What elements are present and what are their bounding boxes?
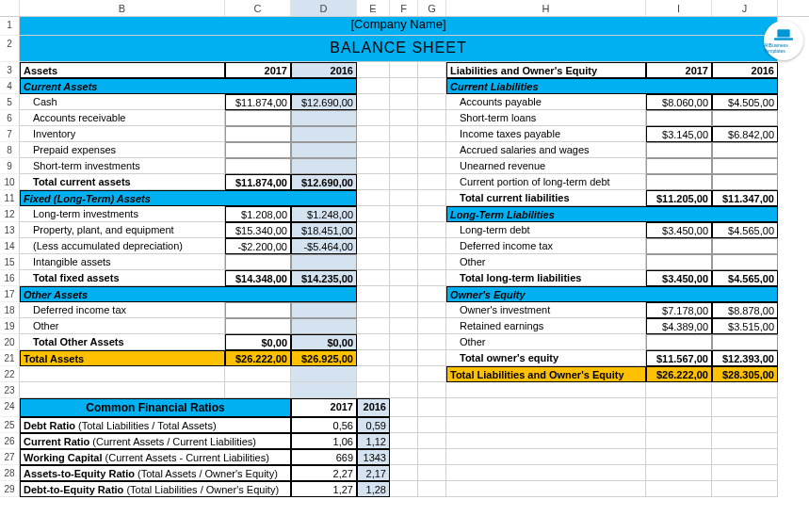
line-item[interactable]: Owner's investment	[446, 302, 646, 318]
value[interactable]: $8.060,00	[646, 94, 712, 110]
ratio-item[interactable]: Assets-to-Equity Ratio (Total Assets / O…	[20, 465, 291, 481]
ratio-value[interactable]: 1343	[357, 449, 390, 465]
line-item[interactable]: Accounts receivable	[20, 110, 225, 126]
value[interactable]: $4.505,00	[712, 94, 778, 110]
row-number[interactable]: 14	[0, 238, 20, 254]
total-assets-2016[interactable]: $26.925,00	[291, 350, 357, 366]
subtotal[interactable]: $3.450,00	[646, 270, 712, 286]
ratio-value[interactable]: 1,12	[357, 433, 390, 449]
row-number[interactable]: 21	[0, 350, 20, 366]
row-number[interactable]: 4	[0, 78, 20, 94]
row-number[interactable]: 16	[0, 270, 20, 286]
value[interactable]: $3.145,00	[646, 126, 712, 142]
col-header[interactable]: E	[357, 0, 390, 16]
value[interactable]: $6.842,00	[712, 126, 778, 142]
subtotal[interactable]: $11.567,00	[646, 350, 712, 366]
row-number[interactable]: 3	[0, 62, 20, 78]
subtotal[interactable]: $12.690,00	[291, 174, 357, 190]
subtotal[interactable]: $4.565,00	[712, 270, 778, 286]
line-item[interactable]: Other	[446, 334, 646, 350]
subtotal[interactable]: $0,00	[291, 334, 357, 350]
ratio-value[interactable]: 1,06	[291, 433, 357, 449]
col-header[interactable]: H	[446, 0, 646, 16]
section-long-term-liabilities[interactable]: Long-Term Liabilities	[446, 206, 778, 222]
ratios-header[interactable]: Common Financial Ratios	[20, 398, 291, 417]
row-number[interactable]: 5	[0, 94, 20, 110]
year-2016[interactable]: 2016	[712, 62, 778, 78]
row-number[interactable]: 11	[0, 190, 20, 206]
line-item[interactable]: Income taxes payable	[446, 126, 646, 142]
ratio-year-2017[interactable]: 2017	[291, 398, 357, 417]
liabilities-header[interactable]: Liabilities and Owner's Equity	[446, 62, 646, 78]
year-2017[interactable]: 2017	[646, 62, 712, 78]
value[interactable]: $11.874,00	[225, 94, 291, 110]
ratio-value[interactable]: 1,27	[291, 481, 357, 497]
ratio-value[interactable]: 0,56	[291, 417, 357, 433]
row-number[interactable]: 1	[0, 17, 20, 36]
col-header[interactable]: F	[390, 0, 418, 16]
value[interactable]: $4.565,00	[712, 222, 778, 238]
value[interactable]: $3.450,00	[646, 222, 712, 238]
row-number[interactable]: 19	[0, 318, 20, 334]
line-item[interactable]: Short-term investments	[20, 158, 225, 174]
value[interactable]: -$2.200,00	[225, 238, 291, 254]
row-number[interactable]: 6	[0, 110, 20, 126]
col-header[interactable]: B	[20, 0, 225, 16]
row-number[interactable]: 18	[0, 302, 20, 318]
section-owners-equity[interactable]: Owner's Equity	[446, 286, 778, 302]
line-item[interactable]: Cash	[20, 94, 225, 110]
value[interactable]: $7.178,00	[646, 302, 712, 318]
row-number[interactable]: 27	[0, 449, 20, 465]
line-item[interactable]: Accounts payable	[446, 94, 646, 110]
row-number[interactable]: 26	[0, 433, 20, 449]
subtotal-label[interactable]: Total fixed assets	[20, 270, 225, 286]
subtotal-label[interactable]: Total Other Assets	[20, 334, 225, 350]
row-number[interactable]: 28	[0, 465, 20, 481]
subtotal[interactable]: $14.348,00	[225, 270, 291, 286]
total-liab-equity-2016[interactable]: $28.305,00	[712, 366, 778, 382]
row-number[interactable]: 15	[0, 254, 20, 270]
ratio-value[interactable]: 2,27	[291, 465, 357, 481]
col-header[interactable]: I	[646, 0, 712, 16]
line-item[interactable]: Accrued salaries and wages	[446, 142, 646, 158]
section-current-liabilities[interactable]: Current Liabilities	[446, 78, 778, 94]
value[interactable]: $1.208,00	[225, 206, 291, 222]
col-header-selected[interactable]: D	[291, 0, 357, 16]
row-number[interactable]: 20	[0, 334, 20, 350]
row-number[interactable]: 17	[0, 286, 20, 302]
value[interactable]: $3.515,00	[712, 318, 778, 334]
line-item[interactable]: Unearned revenue	[446, 158, 646, 174]
line-item[interactable]: Other	[20, 318, 225, 334]
value[interactable]: -$5.464,00	[291, 238, 357, 254]
ratio-item[interactable]: Working Capital (Current Assets - Curren…	[20, 449, 291, 465]
year-2017[interactable]: 2017	[225, 62, 291, 78]
ratio-value[interactable]: 0,59	[357, 417, 390, 433]
subtotal-label[interactable]: Total owner's equity	[446, 350, 646, 366]
row-number[interactable]: 23	[0, 382, 20, 398]
total-assets-label[interactable]: Total Assets	[20, 350, 225, 366]
line-item[interactable]: Current portion of long-term debt	[446, 174, 646, 190]
ratio-item[interactable]: Debt Ratio (Total Liabilities / Total As…	[20, 417, 291, 433]
value[interactable]: $12.690,00	[291, 94, 357, 110]
line-item[interactable]: Prepaid expenses	[20, 142, 225, 158]
value[interactable]: $15.340,00	[225, 222, 291, 238]
total-liab-equity-label[interactable]: Total Liabilities and Owner's Equity	[446, 366, 646, 382]
row-number[interactable]: 7	[0, 126, 20, 142]
value[interactable]: $4.389,00	[646, 318, 712, 334]
col-header[interactable]: G	[418, 0, 446, 16]
row-number[interactable]: 25	[0, 417, 20, 433]
total-assets-2017[interactable]: $26.222,00	[225, 350, 291, 366]
sheet-title[interactable]: BALANCE SHEET	[20, 36, 778, 62]
assets-header[interactable]: Assets	[20, 62, 225, 78]
section-fixed-assets[interactable]: Fixed (Long-Term) Assets	[20, 190, 357, 206]
line-item[interactable]: Deferred income tax	[446, 238, 646, 254]
line-item[interactable]: Intangible assets	[20, 254, 225, 270]
ratio-year-2016[interactable]: 2016	[357, 398, 390, 417]
line-item[interactable]: Inventory	[20, 126, 225, 142]
subtotal-label[interactable]: Total current liabilities	[446, 190, 646, 206]
row-number[interactable]: 24	[0, 398, 20, 417]
ratio-item[interactable]: Debt-to-Equity Ratio (Total Liabilities …	[20, 481, 291, 497]
subtotal[interactable]: $12.393,00	[712, 350, 778, 366]
line-item[interactable]: Deferred income tax	[20, 302, 225, 318]
line-item[interactable]: Property, plant, and equipment	[20, 222, 225, 238]
